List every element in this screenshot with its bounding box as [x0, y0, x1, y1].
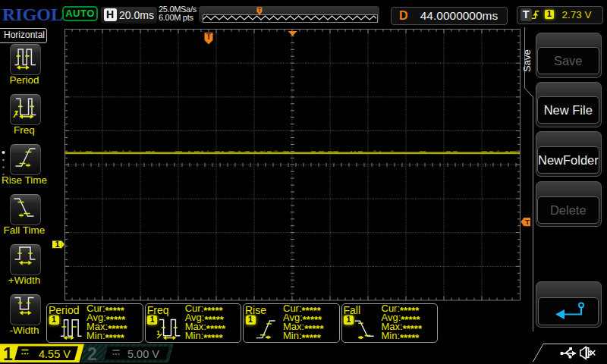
svg-text:4.55 V: 4.55 V [39, 348, 71, 360]
svg-text:1: 1 [156, 328, 160, 336]
svg-text:5.00 V: 5.00 V [127, 348, 159, 360]
svg-text:T: T [206, 32, 212, 41]
svg-text:2: 2 [87, 344, 97, 364]
svg-text:1: 1 [55, 240, 59, 249]
svg-text:1: 1 [3, 344, 13, 364]
